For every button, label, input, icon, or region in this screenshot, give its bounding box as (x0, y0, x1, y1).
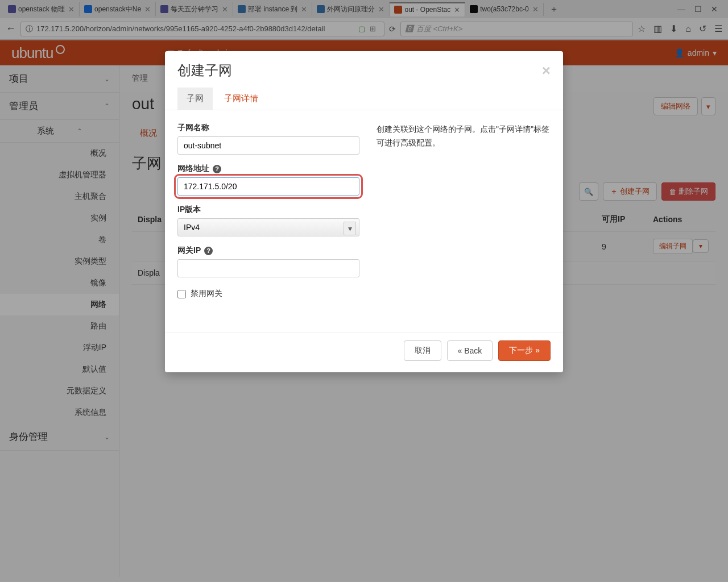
modal-overlay: 创建子网 × 子网 子网详情 子网名称 网络地址? IP版本 (0, 0, 728, 577)
input-cidr[interactable] (177, 177, 359, 196)
field-gateway: 网关IP? (177, 246, 359, 277)
field-disable-gateway: 禁用网关 (177, 286, 359, 299)
modal-body: 子网名称 网络地址? IP版本 IPv4 网关IP? (165, 110, 563, 332)
modal-close-icon[interactable]: × (542, 62, 551, 80)
label-ipversion: IP版本 (177, 205, 359, 215)
label-cidr: 网络地址? (177, 164, 359, 174)
label-disable-gateway: 禁用网关 (191, 289, 222, 299)
modal-tab-subnet[interactable]: 子网 (177, 88, 213, 110)
label-subnet-name: 子网名称 (177, 123, 359, 133)
back-button[interactable]: « Back (447, 340, 493, 361)
input-gateway[interactable] (177, 259, 359, 277)
field-cidr: 网络地址? (177, 164, 359, 196)
modal-footer: 取消 « Back 下一步 » (165, 332, 563, 372)
field-subnet-name: 子网名称 (177, 123, 359, 155)
input-subnet-name[interactable] (177, 136, 359, 155)
modal-tabs: 子网 子网详情 (165, 88, 563, 110)
cancel-button[interactable]: 取消 (404, 340, 441, 361)
next-button[interactable]: 下一步 » (498, 340, 551, 361)
create-subnet-modal: 创建子网 × 子网 子网详情 子网名称 网络地址? IP版本 (165, 51, 563, 372)
form-column: 子网名称 网络地址? IP版本 IPv4 网关IP? (177, 123, 359, 319)
modal-header: 创建子网 × (165, 51, 563, 88)
modal-title: 创建子网 (177, 61, 232, 80)
select-ipversion[interactable]: IPv4 (177, 218, 359, 236)
help-icon[interactable]: ? (213, 165, 221, 173)
field-ipversion: IP版本 IPv4 (177, 205, 359, 236)
label-gateway: 网关IP? (177, 246, 359, 256)
checkbox-disable-gateway[interactable] (177, 290, 186, 298)
help-icon[interactable]: ? (204, 247, 213, 255)
modal-tab-detail[interactable]: 子网详情 (215, 88, 267, 110)
description-column: 创建关联到这个网络的子网。点击"子网详情"标签可进行高级配置。 (377, 123, 551, 319)
